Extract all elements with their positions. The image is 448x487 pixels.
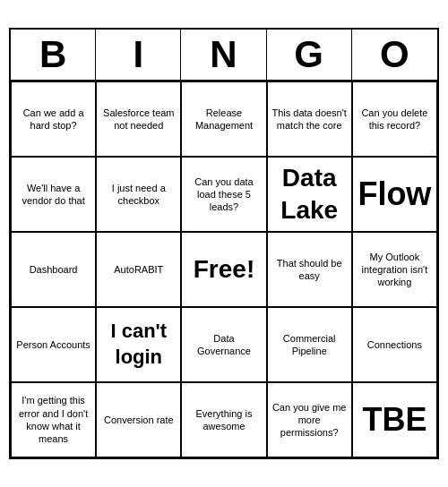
- bingo-cell-12: Free!: [181, 232, 266, 307]
- bingo-cell-14: My Outlook integration isn't working: [352, 232, 437, 307]
- bingo-cell-7: Can you data load these 5 leads?: [181, 157, 266, 232]
- bingo-cell-4: Can you delete this record?: [352, 81, 437, 157]
- bingo-cell-18: Commercial Pipeline: [267, 307, 352, 382]
- bingo-letter-g: G: [267, 30, 352, 80]
- bingo-cell-19: Connections: [352, 307, 437, 382]
- bingo-cell-5: We'll have a vendor do that: [11, 157, 96, 232]
- bingo-cell-3: This data doesn't match the core: [267, 81, 352, 157]
- bingo-grid: Can we add a hard stop?Salesforce team n…: [11, 81, 437, 457]
- bingo-cell-24: TBE: [352, 382, 437, 457]
- bingo-cell-23: Can you give me more permissions?: [267, 382, 352, 457]
- bingo-letter-n: N: [181, 30, 266, 80]
- bingo-cell-10: Dashboard: [11, 232, 96, 307]
- bingo-cell-15: Person Accounts: [11, 307, 96, 382]
- bingo-cell-21: Conversion rate: [96, 382, 181, 457]
- bingo-letter-i: I: [96, 30, 181, 80]
- bingo-cell-2: Release Management: [181, 81, 266, 157]
- bingo-card: BINGO Can we add a hard stop?Salesforce …: [9, 28, 439, 459]
- bingo-header: BINGO: [11, 30, 437, 81]
- bingo-cell-17: Data Governance: [181, 307, 266, 382]
- bingo-cell-8: Data Lake: [267, 157, 352, 232]
- bingo-cell-16: I can't login: [96, 307, 181, 382]
- bingo-cell-1: Salesforce team not needed: [96, 81, 181, 157]
- bingo-cell-0: Can we add a hard stop?: [11, 81, 96, 157]
- bingo-cell-9: Flow: [352, 157, 437, 232]
- bingo-cell-11: AutoRABIT: [96, 232, 181, 307]
- bingo-letter-o: O: [352, 30, 437, 80]
- bingo-cell-20: I'm getting this error and I don't know …: [11, 382, 96, 457]
- bingo-letter-b: B: [11, 30, 96, 80]
- bingo-cell-22: Everything is awesome: [181, 382, 266, 457]
- bingo-cell-6: I just need a checkbox: [96, 157, 181, 232]
- bingo-cell-13: That should be easy: [267, 232, 352, 307]
